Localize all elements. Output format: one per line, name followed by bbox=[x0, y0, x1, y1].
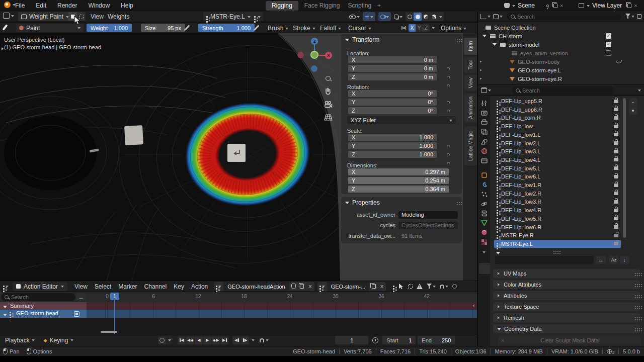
playback-menu[interactable]: Playback bbox=[5, 337, 35, 344]
asset-id-owner-field[interactable]: Modeling bbox=[398, 211, 458, 219]
vertex-group-row[interactable]: DEF-Lip_low2.R bbox=[494, 190, 621, 198]
vertex-group-row[interactable]: DEF-Lip_low4.L bbox=[494, 156, 621, 164]
pan-hand-icon[interactable] bbox=[323, 84, 334, 98]
lock-icon[interactable] bbox=[614, 184, 618, 187]
timeline-scrollbar[interactable] bbox=[101, 331, 117, 333]
blender-menu-button[interactable] bbox=[4, 2, 16, 8]
outliner-row-eyes-anim-version[interactable]: eyes_anim_version bbox=[478, 49, 644, 57]
lock-open-icon[interactable] bbox=[614, 242, 618, 245]
material-tab-icon[interactable] bbox=[481, 229, 488, 236]
current-frame-indicator[interactable]: 1 bbox=[110, 293, 119, 300]
drag-handle-icon[interactable] bbox=[457, 202, 458, 203]
brush-menu[interactable]: Brush bbox=[268, 25, 288, 32]
scale-y-field[interactable]: Y1.000 bbox=[348, 142, 437, 149]
editor-type-button[interactable] bbox=[3, 13, 14, 19]
dimensions-y-field[interactable]: Y0.254 m bbox=[348, 177, 449, 184]
menu-view[interactable]: View bbox=[74, 283, 88, 290]
slot-name-field[interactable]: GEO-storm-... bbox=[327, 282, 369, 291]
rotation-z-field[interactable]: Z0° bbox=[348, 107, 437, 114]
lock-icon[interactable] bbox=[614, 166, 618, 170]
properties-search-input[interactable] bbox=[512, 86, 614, 95]
menu-window[interactable]: Window bbox=[88, 2, 110, 9]
previous-keyframe-button[interactable]: ◀◆ bbox=[186, 336, 194, 344]
zoom-tool-icon[interactable] bbox=[323, 72, 334, 84]
vertex-group-filter-field[interactable] bbox=[495, 256, 594, 264]
slot-pin-icon[interactable] bbox=[74, 311, 79, 317]
menu-action[interactable]: Action bbox=[191, 283, 208, 290]
close-icon[interactable]: × bbox=[634, 3, 637, 9]
section-geometry-data[interactable]: Geometry Data bbox=[493, 324, 640, 333]
viewport-xray-button[interactable] bbox=[394, 15, 403, 19]
proportional-edit-icon[interactable] bbox=[452, 284, 457, 289]
vertex-group-row[interactable]: DEF-Lip_low1.L bbox=[494, 131, 621, 139]
gizmo-y-axis[interactable] bbox=[310, 51, 318, 59]
texture-tab-icon[interactable] bbox=[481, 239, 488, 245]
vertex-group-row-active[interactable]: MSTR-Eye.L bbox=[494, 240, 621, 248]
chevron-down-icon[interactable] bbox=[638, 89, 641, 93]
outliner-row-storm-model[interactable]: storm-model ✓ bbox=[478, 40, 644, 49]
outliner-row-scene-collection[interactable]: Scene Collection bbox=[478, 23, 644, 32]
add-workspace-button[interactable]: + bbox=[377, 2, 381, 9]
new-collection-button[interactable] bbox=[637, 14, 641, 19]
scale-z-field[interactable]: Z1.000 bbox=[348, 151, 437, 158]
drag-handle-icon[interactable] bbox=[553, 251, 554, 252]
frame-end-field[interactable]: End250 bbox=[418, 336, 455, 344]
keying-menu[interactable]: ◆Keying bbox=[44, 337, 74, 344]
duplicate-slot-button[interactable] bbox=[369, 282, 378, 291]
strength-slider[interactable]: Strength 1.000 bbox=[198, 24, 255, 32]
shading-wireframe-button[interactable] bbox=[406, 13, 414, 21]
vertex-group-row[interactable]: DEF-Lip_low2.L bbox=[494, 139, 621, 147]
rotation-mode-dropdown[interactable]: XYZ Euler bbox=[347, 116, 456, 124]
viewport-canvas[interactable]: User Perspective (Local) (1) GEO-storm-h… bbox=[0, 33, 477, 281]
lock-icon[interactable] bbox=[614, 125, 618, 128]
options-menu[interactable]: Options bbox=[441, 25, 466, 32]
mirror-z-button[interactable]: Z bbox=[423, 24, 430, 32]
next-keyframe-button[interactable]: ◆▶ bbox=[212, 336, 220, 344]
weight-slider[interactable]: Weight 1.000 bbox=[87, 24, 132, 32]
viewport-gizmos-button[interactable]: ✛ bbox=[363, 12, 375, 21]
fake-user-button[interactable] bbox=[289, 282, 298, 291]
scene-tab-icon[interactable] bbox=[481, 138, 488, 145]
size-slider[interactable]: Size 95 px bbox=[141, 24, 185, 32]
summary-channel[interactable]: Summary bbox=[0, 302, 87, 310]
timeline-ruler[interactable]: ↔ 0 6 12 18 24 30 36 42 bbox=[0, 292, 477, 302]
vertex-group-row[interactable]: DEF-Lip_low6.L bbox=[494, 172, 621, 180]
lock-icon[interactable] bbox=[614, 158, 618, 161]
vertex-group-row[interactable]: DEF-Lip_low4.R bbox=[494, 206, 621, 214]
workspace-tab-scripting[interactable]: Scripting bbox=[346, 2, 373, 9]
tab-animation[interactable]: Animation bbox=[464, 93, 477, 122]
tab-item[interactable]: Item bbox=[464, 38, 477, 55]
strength-pressure-button[interactable] bbox=[256, 25, 258, 30]
exclude-checkbox[interactable]: ✓ bbox=[606, 33, 611, 39]
new-action-button[interactable] bbox=[298, 282, 306, 291]
menu-file[interactable]: File bbox=[15, 2, 25, 9]
lock-icon[interactable] bbox=[614, 175, 618, 178]
outliner-display-mode-button[interactable] bbox=[480, 14, 491, 19]
section-remesh[interactable]: Remesh bbox=[493, 313, 640, 322]
only-selected-cursor-icon[interactable] bbox=[398, 283, 404, 290]
lock-icon[interactable] bbox=[614, 225, 618, 229]
exclude-checkbox[interactable] bbox=[606, 50, 611, 56]
lock-icon[interactable] bbox=[614, 116, 618, 120]
tab-tool[interactable]: Tool bbox=[464, 57, 477, 73]
location-x-field[interactable]: X0 m bbox=[348, 56, 437, 63]
rotation-y-field[interactable]: Y0° bbox=[348, 99, 437, 106]
menu-view[interactable]: View bbox=[91, 13, 104, 20]
selection-box-icon[interactable] bbox=[408, 284, 413, 289]
current-frame-field[interactable]: 1 bbox=[335, 336, 368, 344]
workspace-tab-face-rigging[interactable]: Face Rigging bbox=[302, 2, 342, 9]
step-back-button[interactable]: ◀ bbox=[232, 336, 240, 344]
lock-icon[interactable] bbox=[614, 100, 618, 103]
show-sliders-icon[interactable] bbox=[393, 286, 394, 287]
frame-start-field[interactable]: Start1 bbox=[382, 336, 416, 344]
shading-rendered-button[interactable] bbox=[430, 13, 438, 21]
copy-icon[interactable] bbox=[627, 4, 631, 8]
outliner-row-geo-storm-eye-r[interactable]: GEO-storm-eye.R bbox=[478, 74, 644, 83]
gizmo-z-axis[interactable]: Z bbox=[311, 38, 318, 45]
vertex-group-row[interactable]: DEF-Lip_low1.R bbox=[494, 181, 621, 189]
vertex-group-row[interactable]: MSTR-Eye.R bbox=[494, 231, 621, 239]
outliner-filter-mode-button[interactable] bbox=[493, 14, 503, 19]
action-name-field[interactable]: GEO-storm-headAction bbox=[223, 282, 289, 291]
camera-view-icon[interactable] bbox=[323, 98, 334, 111]
hidden-eye-icon[interactable] bbox=[616, 60, 622, 63]
